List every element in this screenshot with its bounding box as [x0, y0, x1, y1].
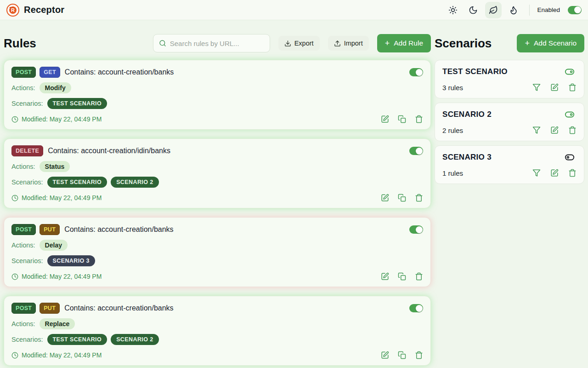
scenario-enabled-toggle[interactable] [563, 109, 577, 120]
rule-action-buttons [381, 115, 423, 123]
trash-icon [568, 169, 577, 177]
rule-footer-row: Modified: May 22, 04:49 PM [11, 115, 423, 123]
theme-fire-button[interactable] [505, 2, 522, 18]
scenarios-label: Scenarios: [11, 100, 43, 107]
copy-icon [398, 194, 406, 202]
scenario-name: SCENARIO 3 [442, 153, 492, 162]
rule-url-text: Contains: account-creation/banks [64, 304, 173, 312]
rule-actions-row: Actions: Status [11, 161, 423, 172]
rule-scenarios-row: Scenarios: SCENARIO 3 [11, 255, 423, 266]
edit-scenario-button[interactable] [550, 83, 559, 92]
search-icon [159, 40, 166, 47]
delete-scenario-button[interactable] [568, 126, 577, 134]
delete-scenario-button[interactable] [568, 83, 577, 92]
theme-light-button[interactable] [445, 2, 461, 18]
delete-rule-button[interactable] [415, 194, 423, 202]
rules-search [153, 34, 270, 52]
rule-enabled-toggle[interactable] [409, 304, 423, 312]
export-label: Export [294, 40, 314, 47]
scenario-header-row: SCENARIO 3 [442, 152, 577, 162]
scenario-header-row: SCENARIO 2 [442, 109, 577, 120]
edit-rule-button[interactable] [381, 272, 389, 281]
toggle-right-icon [563, 67, 577, 77]
modified-text: Modified: May 22, 04:49 PM [22, 115, 102, 123]
filter-scenario-button[interactable] [532, 83, 541, 92]
rule-header-row: DELETE Contains: account-creation/idin/b… [11, 145, 423, 156]
delete-rule-button[interactable] [415, 351, 423, 359]
trash-icon [415, 115, 423, 123]
edit-scenario-button[interactable] [550, 126, 559, 134]
edit-icon [550, 83, 559, 92]
scenario-enabled-toggle[interactable] [563, 67, 577, 77]
edit-icon [381, 351, 389, 359]
rule-action-buttons [381, 351, 423, 359]
rule-footer-row: Modified: May 22, 04:49 PM [11, 194, 423, 202]
header-controls: Enabled [445, 2, 582, 18]
copy-icon [398, 351, 406, 359]
app-title: Receptor [24, 5, 64, 15]
filter-icon [532, 169, 541, 177]
app-header: ↻ R Receptor Enabled [0, 0, 588, 20]
header-divider [529, 5, 530, 16]
add-rule-label: Add Rule [394, 39, 423, 47]
scenario-enabled-toggle[interactable] [563, 152, 577, 162]
rule-footer-row: Modified: May 22, 04:49 PM [11, 351, 423, 359]
modified-text: Modified: May 22, 04:49 PM [22, 194, 102, 201]
edit-rule-button[interactable] [381, 194, 389, 202]
filter-scenario-button[interactable] [532, 126, 541, 134]
add-scenario-button[interactable]: + Add Scenario [517, 34, 584, 52]
scenario-footer-row: 2 rules [442, 126, 577, 134]
scenario-footer-row: 3 rules [442, 83, 577, 92]
duplicate-rule-button[interactable] [398, 115, 406, 123]
rule-enabled-toggle[interactable] [409, 225, 423, 234]
method-badges: POSTGET [11, 67, 60, 78]
clock-icon [11, 116, 18, 123]
rule-actions-row: Actions: Modify [11, 82, 423, 93]
copy-icon [398, 272, 406, 281]
delete-rule-button[interactable] [415, 115, 423, 123]
toggle-knob [416, 226, 423, 233]
duplicate-rule-button[interactable] [398, 272, 406, 281]
scenario-action-buttons [532, 126, 577, 134]
rule-footer-row: Modified: May 22, 04:49 PM [11, 272, 423, 281]
logo-letter: R [9, 6, 17, 14]
rule-card: DELETE Contains: account-creation/idin/b… [4, 138, 431, 208]
rule-action-buttons [381, 194, 423, 202]
delete-rule-button[interactable] [415, 272, 423, 281]
modified-text: Modified: May 22, 04:49 PM [22, 351, 102, 359]
theme-dark-button[interactable] [465, 2, 481, 18]
duplicate-rule-button[interactable] [398, 351, 406, 359]
extension-enabled-toggle[interactable] [568, 6, 582, 14]
rule-url-text: Contains: account-creation/banks [64, 225, 173, 234]
sun-icon [448, 6, 458, 15]
filter-scenario-button[interactable] [532, 169, 541, 177]
modified-timestamp: Modified: May 22, 04:49 PM [11, 273, 102, 280]
edit-rule-button[interactable] [381, 115, 389, 123]
export-button[interactable]: Export [278, 36, 320, 51]
enabled-label: Enabled [537, 6, 560, 13]
rule-enabled-toggle[interactable] [409, 68, 423, 76]
clock-icon [11, 273, 18, 280]
import-label: Import [344, 40, 363, 47]
add-rule-button[interactable]: + Add Rule [377, 34, 431, 52]
rules-header: Rules Export Import + Add Rule [4, 34, 431, 52]
search-input[interactable] [170, 40, 264, 47]
rule-enabled-toggle[interactable] [409, 147, 423, 155]
rule-header-row: POSTGET Contains: account-creation/banks [11, 67, 423, 78]
rule-card: POSTGET Contains: account-creation/banks… [4, 60, 431, 130]
action-badges: Replace [40, 318, 75, 329]
plus-icon: + [525, 39, 530, 47]
delete-scenario-button[interactable] [568, 169, 577, 177]
modified-text: Modified: May 22, 04:49 PM [22, 273, 102, 280]
action-badge: Replace [40, 318, 75, 329]
actions-label: Actions: [11, 320, 35, 328]
copy-icon [398, 115, 406, 123]
duplicate-rule-button[interactable] [398, 194, 406, 202]
theme-nature-button[interactable] [485, 2, 502, 18]
import-button[interactable]: Import [328, 36, 369, 51]
scenario-action-buttons [532, 169, 577, 177]
rule-header-row: POSTPUT Contains: account-creation/banks [11, 224, 423, 235]
edit-scenario-button[interactable] [550, 169, 559, 177]
method-badge: POST [11, 67, 36, 78]
edit-rule-button[interactable] [381, 351, 389, 359]
